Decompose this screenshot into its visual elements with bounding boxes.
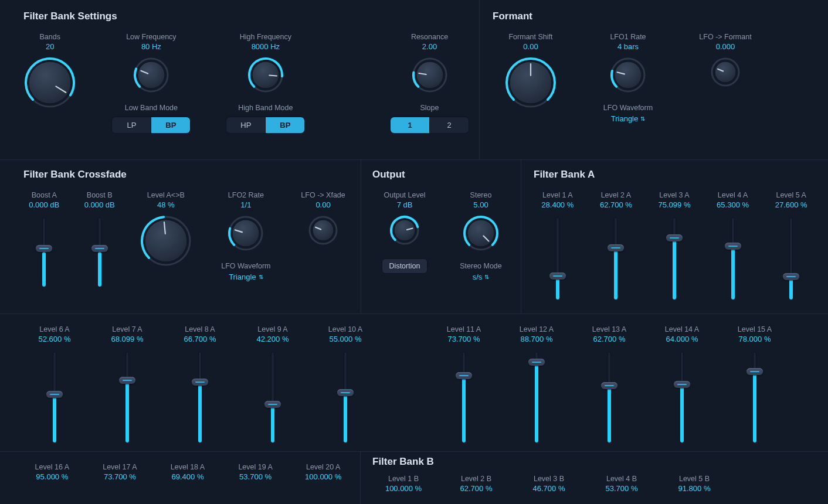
level-slider[interactable] — [731, 217, 735, 299]
low-freq-knob[interactable] — [133, 57, 169, 93]
level-slider[interactable] — [753, 352, 756, 442]
level-label: Level 3 A — [659, 191, 689, 199]
lfo1-rate-label: LFO1 Rate — [610, 33, 646, 41]
level-label: Level 8 A — [185, 325, 215, 333]
low-band-mode-label: Low Band Mode — [125, 104, 178, 112]
lfo1-rate-value: 4 bars — [617, 42, 639, 51]
level-label: Level 2 B — [461, 475, 491, 483]
level-label: Level 12 A — [520, 325, 554, 333]
boost-a-slider[interactable] — [42, 217, 46, 287]
level-slider[interactable] — [53, 352, 56, 442]
boost-b-value: 0.000 dB — [84, 200, 115, 209]
low-freq-label: Low Frequency — [126, 33, 176, 41]
level-value: 62.700 % — [460, 484, 493, 493]
section-title-crossfade: Filter Bank Crossfade — [23, 169, 352, 181]
level-label: Level 4 B — [606, 475, 637, 483]
level-ab-label: Level A<>B — [147, 191, 185, 199]
segment-option[interactable]: HP — [226, 117, 265, 133]
lfo-to-formant-knob[interactable] — [710, 57, 741, 87]
level-label: Level 17 A — [103, 463, 137, 471]
level-slider[interactable] — [198, 352, 202, 442]
svg-point-1 — [29, 62, 71, 104]
low-band-mode-segment[interactable]: LPBP — [111, 117, 191, 134]
level-value: 91.800 % — [678, 484, 711, 493]
svg-line-8 — [269, 75, 277, 76]
svg-point-34 — [467, 220, 494, 247]
high-freq-label: High Frequency — [240, 33, 291, 41]
level-slider[interactable] — [556, 217, 559, 299]
stereo-mode-value: s/s — [473, 273, 483, 281]
level-slider[interactable] — [344, 352, 347, 442]
level-value: 66.700 % — [184, 335, 216, 343]
formant-shift-knob[interactable] — [505, 57, 556, 108]
level-label: Level 14 A — [665, 325, 699, 333]
level-label: Level 4 A — [718, 191, 748, 199]
high-freq-knob[interactable] — [247, 57, 284, 93]
lfo-to-xfade-value: 0.00 — [315, 200, 330, 209]
level-label: Level 7 A — [112, 325, 142, 333]
level-slider[interactable] — [673, 217, 676, 299]
bands-value: 20 — [46, 42, 54, 51]
level-label: Level 13 A — [592, 325, 626, 333]
lfo1-rate-knob[interactable] — [610, 57, 646, 93]
resonance-label: Resonance — [411, 33, 448, 41]
level-slider[interactable] — [608, 352, 611, 442]
lfo-waveform-label-2: LFO Waveform — [221, 262, 270, 270]
level-slider[interactable] — [271, 352, 274, 442]
level-label: Level 16 A — [35, 463, 69, 471]
low-freq-value: 80 Hz — [141, 42, 161, 51]
svg-point-10 — [416, 62, 443, 88]
segment-option[interactable]: BP — [151, 117, 190, 133]
divider — [0, 314, 828, 314]
level-label: Level 5 A — [776, 191, 806, 199]
resonance-knob[interactable] — [412, 57, 448, 93]
segment-option[interactable]: 1 — [391, 117, 429, 133]
lfo2-rate-value: 1/1 — [240, 200, 251, 209]
level-label: Level 20 A — [306, 463, 340, 471]
segment-option[interactable]: 2 — [429, 117, 469, 133]
level-value: 73.700 % — [448, 335, 480, 343]
level-value: 42.200 % — [257, 335, 289, 343]
level-label: Level 19 A — [238, 463, 272, 471]
level-slider[interactable] — [789, 217, 793, 299]
level-value: 53.700 % — [606, 484, 638, 493]
section-title-filter-bank-b: Filter Bank B — [372, 456, 806, 468]
lfo-waveform-dropdown-2[interactable]: Triangle⇅ — [229, 273, 263, 281]
level-ab-knob[interactable] — [140, 215, 192, 267]
formant-shift-value: 0.00 — [523, 42, 538, 51]
lfo-waveform-dropdown[interactable]: Triangle⇅ — [611, 114, 645, 123]
level-label: Level 3 B — [534, 475, 564, 483]
distortion-button[interactable]: Distortion — [382, 258, 428, 274]
level-slider[interactable] — [462, 352, 466, 442]
high-band-mode-segment[interactable]: HPBP — [226, 117, 305, 134]
output-level-label: Output Level — [384, 191, 426, 199]
level-value: 100.000 % — [385, 484, 422, 493]
bands-knob[interactable] — [24, 57, 76, 108]
level-value: 53.700 % — [239, 472, 272, 481]
stereo-mode-dropdown[interactable]: s/s⇅ — [473, 273, 490, 281]
stereo-knob[interactable] — [463, 215, 499, 251]
lfo-to-xfade-knob[interactable] — [308, 215, 338, 246]
lfo-to-formant-value: 0.000 — [716, 42, 735, 51]
slope-segment[interactable]: 12 — [390, 117, 469, 134]
level-label: Level 15 A — [738, 325, 772, 333]
level-value: 64.000 % — [666, 335, 698, 343]
section-title-filter-bank-a: Filter Bank A — [534, 169, 815, 181]
svg-point-19 — [715, 62, 736, 83]
level-slider[interactable] — [680, 352, 684, 442]
svg-point-4 — [138, 62, 165, 88]
boost-b-slider[interactable] — [98, 217, 101, 287]
lfo2-rate-knob[interactable] — [228, 215, 264, 251]
level-slider[interactable] — [535, 352, 538, 442]
divider — [521, 159, 521, 314]
lfo-waveform-value-2: Triangle — [229, 273, 256, 281]
svg-point-7 — [252, 62, 279, 88]
level-value: 55.000 % — [330, 335, 362, 343]
segment-option[interactable]: BP — [265, 117, 304, 133]
divider — [0, 159, 828, 160]
segment-option[interactable]: LP — [112, 117, 151, 133]
level-slider[interactable] — [125, 352, 129, 442]
level-slider[interactable] — [614, 217, 617, 299]
output-level-knob[interactable] — [389, 215, 420, 246]
boost-a-label: Boost A — [32, 191, 57, 199]
